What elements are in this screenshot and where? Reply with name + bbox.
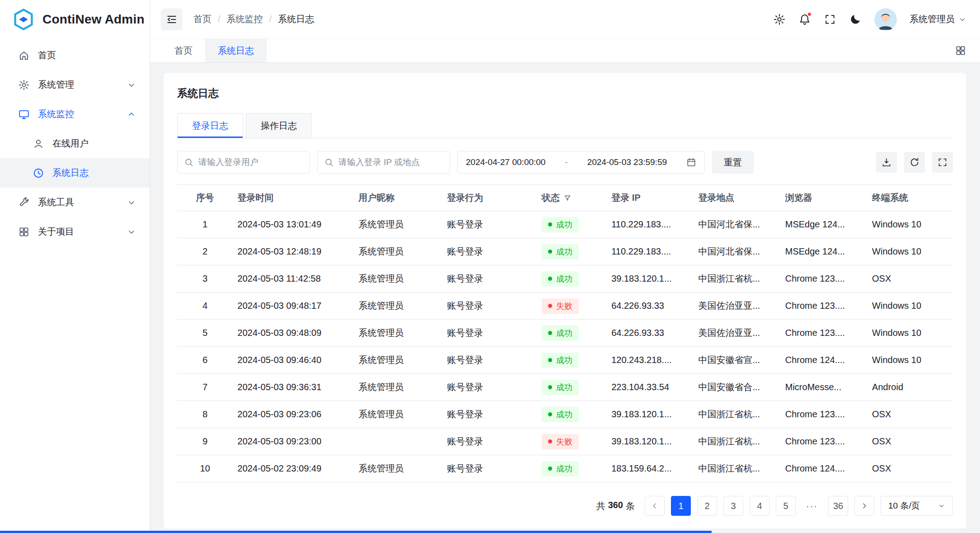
status-badge: 成功: [542, 271, 579, 287]
cell-status: 失败: [537, 292, 607, 320]
sidebar-item-label: 系统管理: [38, 79, 74, 91]
pagination-page-button[interactable]: ···: [802, 496, 822, 516]
notification-dot: [807, 12, 812, 17]
col-behavior: 登录行为: [442, 185, 537, 211]
cell-ip: 223.104.33.54: [607, 374, 694, 401]
cell-status: 成功: [537, 238, 607, 265]
main-area: 首页 / 系统监控 / 系统日志: [150, 0, 980, 533]
cell-login-time: 2024-05-03 09:46:40: [233, 347, 354, 374]
status-dot: [548, 412, 552, 416]
pagination-page-button[interactable]: 4: [750, 496, 769, 516]
col-location: 登录地点: [694, 185, 780, 211]
clock-icon: [33, 167, 44, 179]
export-button[interactable]: [876, 152, 897, 173]
cell-location: 中国安徽省宣...: [694, 347, 780, 374]
sidebar-item-label: 首页: [38, 49, 56, 61]
status-text: 成功: [556, 246, 572, 257]
cell-location: 美国佐治亚亚...: [694, 320, 780, 347]
table-row: 8 2024-05-03 09:23:06 系统管理员 账号登录 成功 39.1…: [177, 401, 953, 428]
tabbar-tab-system-log[interactable]: 系统日志: [205, 39, 267, 62]
tab-login-log[interactable]: 登录日志: [177, 113, 243, 138]
login-ip-input[interactable]: [338, 157, 443, 167]
sidebar-item-label: 关于项目: [38, 226, 74, 238]
pagination-page-button[interactable]: 5: [776, 496, 796, 516]
cell-behavior: 账号登录: [442, 211, 537, 238]
next-page-button[interactable]: [854, 496, 874, 516]
cell-login-time: 2024-05-03 09:23:06: [233, 401, 354, 428]
page-size-select[interactable]: 10 条/页: [881, 496, 953, 516]
sidebar-item-system-monitor[interactable]: 系统监控: [0, 99, 150, 129]
cell-location: 中国浙江省杭...: [694, 455, 780, 482]
cell-ip: 64.226.93.33: [607, 292, 694, 320]
sidebar-item-home[interactable]: 首页: [0, 41, 150, 70]
cell-os: Windows 10: [867, 211, 953, 238]
refresh-button[interactable]: [904, 152, 925, 173]
cell-browser: Chrome 123....: [781, 292, 867, 320]
status-badge: 成功: [542, 217, 579, 232]
pagination-page-button[interactable]: 36: [828, 496, 848, 516]
date-range-picker[interactable]: 2024-04-27 00:00:00 - 2024-05-03 23:59:5…: [457, 151, 705, 174]
status-text: 成功: [556, 409, 572, 420]
user-menu[interactable]: 系统管理员: [910, 13, 966, 25]
reset-button[interactable]: 重置: [712, 151, 754, 174]
filter-icon[interactable]: [563, 194, 572, 202]
chevron-down-icon: [127, 80, 136, 90]
cell-behavior: 账号登录: [442, 428, 537, 455]
status-text: 成功: [556, 274, 572, 284]
theme-toggle-button[interactable]: [849, 13, 862, 26]
cell-location: 中国河北省保...: [694, 238, 780, 265]
cell-ip: 39.183.120.1...: [607, 401, 694, 428]
tabbar-tab-home[interactable]: 首页: [162, 39, 205, 62]
pagination-page-button[interactable]: 2: [697, 496, 717, 516]
cell-login-time: 2024-05-03 13:01:49: [233, 211, 354, 238]
sidebar-item-about[interactable]: 关于项目: [0, 217, 150, 246]
tab-label: 系统日志: [218, 45, 254, 57]
tab-list-button[interactable]: [953, 39, 968, 62]
cell-ip: 120.243.218....: [607, 347, 694, 374]
cell-nickname: [354, 428, 442, 455]
sidebar-item-system-log[interactable]: 系统日志: [0, 158, 150, 188]
pagination-page-button[interactable]: 1: [671, 496, 691, 516]
table-row: 5 2024-05-03 09:48:09 系统管理员 账号登录 成功 64.2…: [177, 320, 953, 347]
sidebar-item-system-tools[interactable]: 系统工具: [0, 188, 150, 217]
table-toolbar: [876, 152, 953, 173]
prev-page-button[interactable]: [645, 496, 665, 516]
status-badge: 成功: [542, 407, 579, 422]
breadcrumb-home[interactable]: 首页: [193, 13, 211, 25]
breadcrumb-system-monitor[interactable]: 系统监控: [227, 13, 263, 25]
cell-behavior: 账号登录: [442, 347, 537, 374]
cell-login-time: 2024-05-03 11:42:58: [233, 265, 354, 292]
tab-label: 首页: [174, 45, 192, 57]
notifications-button[interactable]: [798, 13, 811, 26]
pagination-page-button[interactable]: 3: [723, 496, 743, 516]
cell-behavior: 账号登录: [442, 292, 537, 320]
cell-browser: Chrome 123....: [781, 265, 867, 292]
chevron-down-icon: [127, 227, 136, 236]
system-log-card: 系统日志 登录日志 操作日志 2024-04-27 00:00:: [164, 73, 966, 528]
monitor-icon: [18, 108, 30, 120]
cell-behavior: 账号登录: [442, 401, 537, 428]
table-row: 1 2024-05-03 13:01:49 系统管理员 账号登录 成功 110.…: [177, 211, 953, 238]
sidebar-item-label: 在线用户: [52, 137, 89, 150]
settings-button[interactable]: [773, 13, 786, 26]
user-name: 系统管理员: [910, 13, 955, 25]
cell-index: 10: [177, 455, 233, 482]
expand-table-button[interactable]: [932, 152, 953, 173]
avatar[interactable]: [874, 8, 897, 31]
fullscreen-button[interactable]: [824, 13, 836, 26]
cell-login-time: 2024-05-03 12:48:19: [233, 238, 354, 265]
sidebar-item-label: 系统工具: [38, 196, 74, 208]
login-user-input[interactable]: [198, 157, 303, 167]
logo[interactable]: ContiNew Admin: [0, 0, 150, 39]
home-icon: [18, 50, 30, 61]
tab-operation-log[interactable]: 操作日志: [246, 113, 312, 138]
cell-nickname: 系统管理员: [354, 374, 442, 401]
sidebar-item-system-management[interactable]: 系统管理: [0, 70, 150, 99]
sidebar-item-online-users[interactable]: 在线用户: [0, 129, 150, 158]
collapse-sidebar-button[interactable]: [161, 9, 183, 30]
cell-login-time: 2024-05-03 09:23:00: [233, 428, 354, 455]
gear-icon: [18, 79, 30, 91]
cell-browser: MicroMesse...: [781, 374, 867, 401]
download-icon: [881, 157, 892, 168]
cell-browser: MSEdge 124...: [781, 238, 867, 265]
